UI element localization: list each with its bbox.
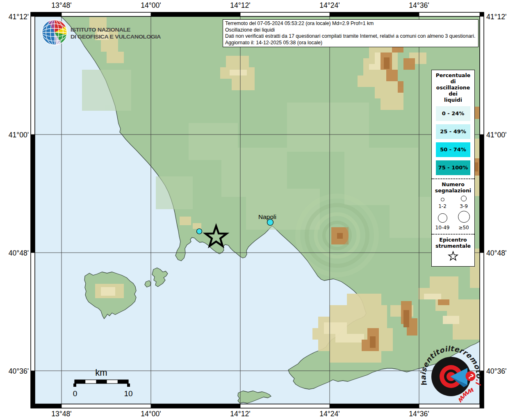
axis-right-tick: 40°48' bbox=[486, 249, 515, 258]
ingv-name-line1: ISTITUTO NAZIONALE bbox=[71, 27, 130, 33]
axis-top-tick: 14°12' bbox=[230, 1, 250, 10]
axis-left-tick: 40°48' bbox=[0, 249, 29, 258]
axis-top-tick: 13°48' bbox=[51, 1, 71, 10]
axis-bottom-tick: 14°24' bbox=[319, 410, 340, 418]
axis-right-tick: 41°00' bbox=[486, 131, 515, 139]
event-map-type: Oscillazione dei liquidi bbox=[225, 27, 476, 34]
event-updated-line: Aggiornato il: 14-12-2025 05:38 (ora loc… bbox=[225, 40, 476, 46]
legend-counts-title: Numero bbox=[432, 181, 474, 187]
axis-bottom-tick: 13°48' bbox=[51, 410, 71, 418]
count-circle-large-icon bbox=[438, 213, 447, 223]
axis-left-tick: 40°36' bbox=[0, 367, 29, 376]
axis-top-tick: 14°24' bbox=[319, 1, 340, 10]
count-label: 3-9 bbox=[453, 203, 474, 209]
event-title-line: Terremoto del 07-05-2024 05:53:22 (ora l… bbox=[225, 21, 476, 27]
event-info-box: Terremoto del 07-05-2024 05:53:22 (ora l… bbox=[223, 19, 479, 47]
legend-panel: Percentuale di oscillazione dei liquidi … bbox=[431, 70, 475, 267]
legend-divider bbox=[432, 178, 474, 179]
axis-top-tick: 14°36' bbox=[409, 1, 429, 10]
axis-bottom-tick: 14°36' bbox=[409, 410, 429, 418]
scale-end: 10 bbox=[124, 389, 132, 398]
axis-right-tick: 40°36' bbox=[486, 367, 515, 376]
axis-top-tick: 14°00' bbox=[141, 1, 161, 10]
axis-bottom-tick: 14°00' bbox=[141, 410, 161, 418]
report-dot-pozzuoli[interactable] bbox=[197, 229, 202, 234]
legend-class-25-49: 25 - 49% bbox=[436, 124, 470, 139]
legend-class-75-100: 75 - 100% bbox=[436, 160, 470, 175]
event-disclaimer: Dati non verificati estratti da 17 quest… bbox=[225, 33, 476, 40]
map-interior: Napoli km 0 10 bbox=[35, 16, 480, 404]
count-label: 10-49 bbox=[432, 225, 453, 231]
epicenter-star-icon bbox=[447, 250, 459, 262]
axis-right-tick: 41°12' bbox=[486, 13, 515, 21]
legend-epicenter-title: Epicentro bbox=[432, 237, 474, 243]
axis-left-tick: 41°12' bbox=[0, 13, 29, 21]
legend-class-0-24: 0 - 24% bbox=[436, 106, 470, 121]
ingv-name-line2: DI GEOFISICA E VULCANOLOGIA bbox=[71, 34, 161, 40]
axis-bottom-tick: 14°12' bbox=[230, 410, 250, 418]
count-label: ≥50 bbox=[453, 225, 474, 231]
scale-start: 0 bbox=[73, 389, 77, 398]
haisentito-map-figure: Napoli km 0 10 bbox=[0, 0, 515, 420]
legend-class-50-74: 50 - 74% bbox=[436, 142, 470, 157]
city-label: Napoli bbox=[258, 213, 276, 220]
scale-unit: km bbox=[95, 368, 107, 378]
count-circle-xlarge-icon bbox=[458, 211, 470, 223]
count-circle-medium-icon bbox=[461, 196, 467, 201]
count-circle-small-icon bbox=[441, 198, 444, 201]
axis-left-tick: 41°00' bbox=[0, 131, 29, 139]
legend-title: Percentuale bbox=[432, 70, 474, 78]
legend-divider bbox=[432, 234, 474, 235]
count-label: 1-2 bbox=[432, 203, 453, 209]
